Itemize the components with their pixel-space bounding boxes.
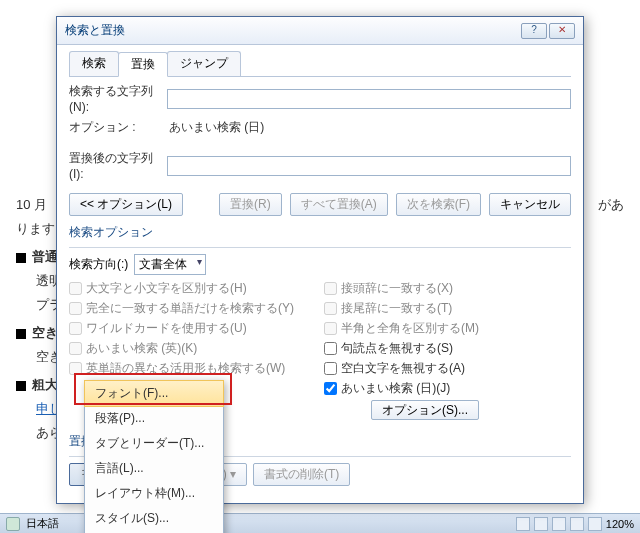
doc-heading: 粗大 [32,377,58,392]
chk-match-case [69,282,82,295]
tab-find[interactable]: 検索 [69,51,119,76]
doc-heading: 普通 [32,249,58,264]
less-options-button[interactable]: << オプション(L) [69,193,183,216]
menu-item-style[interactable]: スタイル(S)... [85,506,223,531]
chk-ignore-space[interactable] [324,362,337,375]
replace-all-button[interactable]: すべて置換(A) [290,193,388,216]
status-icon[interactable] [6,517,20,531]
find-what-label: 検索する文字列(N): [69,83,167,114]
divider [69,247,571,248]
direction-select[interactable]: 文書全体 [134,254,206,275]
chk-label: 接頭辞に一致する(X) [341,280,453,297]
chk-label: 英単語の異なる活用形も検索する(W) [86,360,285,377]
chk-ignore-punct[interactable] [324,342,337,355]
view-btn[interactable] [552,517,566,531]
menu-item-language[interactable]: 言語(L)... [85,456,223,481]
chk-width [324,322,337,335]
chk-label: あいまい検索 (英)(K) [86,340,197,357]
find-what-input[interactable] [167,89,571,109]
dialog-title: 検索と置換 [65,22,125,39]
close-button[interactable]: ✕ [549,23,575,39]
options-value: あいまい検索 (日) [169,119,264,136]
format-popup-menu: フォント(F)... 段落(P)... タブとリーダー(T)... 言語(L).… [84,380,224,533]
no-formatting-button[interactable]: 書式の削除(T) [253,463,350,486]
cancel-button[interactable]: キャンセル [489,193,571,216]
chk-label: 半角と全角を区別する(M) [341,320,479,337]
menu-item-paragraph[interactable]: 段落(P)... [85,406,223,431]
chk-label: あいまい検索 (日)(J) [341,380,450,397]
menu-item-font[interactable]: フォント(F)... [84,380,224,407]
search-options-heading: 検索オプション [69,224,571,241]
dialog-titlebar[interactable]: 検索と置換 ? ✕ [57,17,583,45]
replace-with-input[interactable] [167,156,571,176]
view-btn[interactable] [516,517,530,531]
help-button[interactable]: ? [521,23,547,39]
status-language[interactable]: 日本語 [26,516,59,531]
replace-with-label: 置換後の文字列(I): [69,150,167,181]
chk-suffix [324,302,337,315]
bullet-icon [16,381,26,391]
find-next-button[interactable]: 次を検索(F) [396,193,481,216]
chk-label: 大文字と小文字を区別する(H) [86,280,247,297]
view-btn[interactable] [534,517,548,531]
chk-label: 接尾辞に一致する(T) [341,300,452,317]
chk-word-forms [69,362,82,375]
view-btn[interactable] [570,517,584,531]
tab-replace[interactable]: 置換 [118,52,168,77]
bullet-icon [16,329,26,339]
doc-heading: 空き [32,325,58,340]
chk-prefix [324,282,337,295]
direction-label: 検索方向(:) [69,256,128,273]
options-label: オプション : [69,119,167,136]
tab-strip: 検索 置換 ジャンプ [69,51,571,77]
chk-label: 空白文字を無視する(A) [341,360,465,377]
tab-goto[interactable]: ジャンプ [167,51,241,76]
view-btn[interactable] [588,517,602,531]
doc-text: があ [598,196,624,214]
sounds-like-options-button[interactable]: オプション(S)... [371,400,479,420]
chk-wildcards [69,322,82,335]
zoom-value[interactable]: 120% [606,518,634,530]
doc-text: 10 月 [16,197,47,212]
chk-label: 完全に一致する単語だけを検索する(Y) [86,300,294,317]
menu-item-tabs[interactable]: タブとリーダー(T)... [85,431,223,456]
chk-whole-word [69,302,82,315]
chk-sounds-like-en [69,342,82,355]
bullet-icon [16,253,26,263]
chk-label: ワイルドカードを使用する(U) [86,320,247,337]
menu-item-frame[interactable]: レイアウト枠(M)... [85,481,223,506]
chk-sounds-like-jp[interactable] [324,382,337,395]
chk-label: 句読点を無視する(S) [341,340,453,357]
replace-button[interactable]: 置換(R) [219,193,282,216]
